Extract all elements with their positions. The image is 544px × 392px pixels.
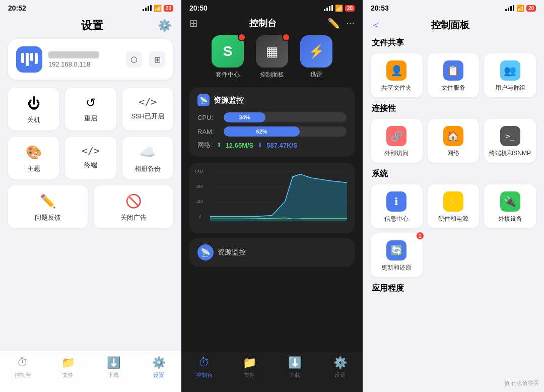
- wifi-icon: 📶: [154, 5, 162, 12]
- chart-upload-area: [210, 174, 347, 222]
- export-button[interactable]: ⬡: [126, 51, 142, 68]
- update-badge: 1: [416, 231, 425, 240]
- dashboard-actions: ✏️ ···: [327, 17, 355, 29]
- suite-label: 套件中心: [216, 71, 240, 79]
- battery-badge-3: 20: [526, 5, 536, 12]
- users-groups-label: 用户与群组: [495, 84, 525, 92]
- upload-arrow-icon: ⬆: [217, 142, 222, 149]
- ssh-button[interactable]: </> SSH已开启: [122, 88, 173, 130]
- nav-files-1[interactable]: 📁 文件: [45, 356, 91, 379]
- qr-button[interactable]: ⊞: [149, 51, 165, 68]
- nav-settings-1[interactable]: ⚙️ 设置: [136, 356, 181, 379]
- battery-badge-2: 20: [345, 5, 355, 12]
- time-3: 20:53: [371, 4, 389, 12]
- file-sharing-title: 文件共享: [371, 38, 536, 48]
- back-button[interactable]: ＜: [371, 18, 381, 32]
- info-center-button[interactable]: ℹ 信息中心: [371, 184, 423, 228]
- signal-icon-2: [324, 5, 333, 11]
- files-icon-1: 📁: [61, 356, 75, 369]
- dashboard-title: 控制台: [249, 17, 277, 29]
- nav-label-download-1: 下载: [108, 371, 119, 379]
- app-item-suite[interactable]: S 套件中心: [212, 35, 244, 79]
- grid-icon[interactable]: ⊞: [189, 17, 198, 29]
- update-restore-icon: 🔄: [386, 240, 406, 260]
- feedback-button[interactable]: ✏️ 问题反馈: [8, 185, 88, 228]
- download-icon-1: ⬇️: [107, 356, 120, 369]
- dashboard-panel: 20:50 📶 20 ⊞ 控制台 ✏️ ··· S 套件中心: [181, 0, 363, 392]
- device-actions: ⬡ ⊞: [126, 51, 165, 68]
- theme-button[interactable]: 🎨 主题: [8, 137, 59, 179]
- terminal-snmp-label: 终端机和SNMP: [489, 149, 531, 158]
- settings-panel: 20:52 📶 20 设置 ⚙️ 192.1: [0, 0, 181, 392]
- menu-grid-row1: ⏻ 关机 ↺ 重启 </> SSH已开启: [8, 88, 173, 130]
- status-bar-3: 20:53 📶 20: [363, 0, 544, 14]
- no-ads-icon: 🚫: [125, 193, 142, 209]
- file-sharing-section: 文件共享 👤 共享文件夹 📋 文件服务 👥: [371, 38, 536, 97]
- device-card[interactable]: 192.168.0.118 ⬡ ⊞: [8, 39, 173, 80]
- ram-pct-text: 62%: [256, 128, 267, 135]
- suite-icon: S: [212, 35, 244, 68]
- network-button[interactable]: 🏠 网络: [428, 119, 480, 163]
- photos-backup-button[interactable]: ☁️ 相册备份: [122, 137, 173, 179]
- nav-label-settings-2: 设置: [334, 371, 346, 379]
- photos-backup-label: 相册备份: [134, 164, 161, 173]
- file-service-button[interactable]: 📋 文件服务: [428, 53, 480, 97]
- external-access-icon: 🔗: [386, 126, 406, 146]
- users-groups-button[interactable]: 👥 用户与群组: [484, 53, 536, 97]
- usb-devices-button[interactable]: 🔌 外接设备: [484, 184, 536, 228]
- terminal-button[interactable]: </> 终端: [65, 137, 116, 179]
- system-section: 系统 ℹ 信息中心 ⚡ 硬件和电源 🔌: [371, 169, 536, 277]
- info-center-label: 信息中心: [384, 215, 409, 223]
- network-row: 网络: ⬆ 12.65M/S ⬇ 587.47K/S: [197, 141, 347, 150]
- shared-folder-button[interactable]: 👤 共享文件夹: [371, 53, 423, 97]
- nav-download-2[interactable]: ⬇️ 下载: [272, 356, 317, 379]
- power-icon: ⏻: [27, 96, 40, 111]
- update-restore-button[interactable]: 🔄 更新和还原 1: [371, 233, 423, 277]
- ram-progress-bg: 62%: [224, 126, 347, 137]
- theme-icon: 🎨: [26, 145, 42, 160]
- suite-badge: [238, 33, 246, 41]
- app-item-control[interactable]: ▦ 控制面板: [256, 35, 288, 79]
- svg-text:0: 0: [198, 214, 201, 219]
- hardware-power-button[interactable]: ⚡ 硬件和电源: [428, 184, 480, 228]
- hardware-power-icon: ⚡: [443, 191, 463, 212]
- nav-dashboard-2[interactable]: ⏱ 控制台: [181, 356, 227, 379]
- net-up-value: 12.65M/S: [226, 142, 254, 149]
- connectivity-grid: 🔗 外部访问 🏠 网络 >_ 终端机和SNMP: [371, 119, 536, 163]
- external-access-button[interactable]: 🔗 外部访问: [371, 119, 423, 163]
- terminal-label: 终端: [84, 161, 97, 170]
- cpu-progress-fill: 34%: [224, 112, 265, 122]
- time-2: 20:50: [189, 4, 208, 12]
- nav-dashboard-1[interactable]: ⏱ 控制台: [0, 356, 45, 379]
- close-ads-button[interactable]: 🚫 关闭广告: [94, 185, 173, 228]
- nav-label-files-2: 文件: [244, 371, 255, 379]
- network-icon: 🏠: [443, 126, 463, 146]
- status-right-2: 📶 20: [324, 5, 355, 12]
- svg-text:13M: 13M: [194, 169, 203, 174]
- download-icon-2: ⬇️: [288, 356, 302, 369]
- bottom-nav-1: ⏱ 控制台 📁 文件 ⬇️ 下载 ⚙️ 设置: [0, 351, 181, 392]
- more-icon[interactable]: ···: [346, 17, 355, 29]
- dashboard-icon-1: ⏱: [17, 356, 28, 369]
- watermark: 值 什么值得买: [504, 379, 539, 387]
- shared-folder-label: 共享文件夹: [381, 84, 412, 92]
- usb-devices-icon: 🔌: [500, 191, 520, 212]
- reboot-icon: ↺: [86, 96, 96, 110]
- ssh-icon: </>: [139, 96, 157, 108]
- wifi-icon-3: 📶: [516, 5, 524, 12]
- nav-label-dashboard-1: 控制台: [15, 371, 31, 379]
- app-item-xunlei[interactable]: ⚡ 迅雷: [300, 35, 332, 79]
- gear-icon[interactable]: ⚙️: [158, 19, 171, 32]
- terminal-snmp-button[interactable]: >_ 终端机和SNMP: [484, 119, 536, 163]
- shutdown-button[interactable]: ⏻ 关机: [8, 88, 59, 130]
- cloud-icon: ☁️: [140, 145, 156, 160]
- edit-icon[interactable]: ✏️: [327, 17, 340, 29]
- terminal-snmp-icon: >_: [500, 126, 520, 146]
- reboot-label: 重启: [84, 114, 97, 123]
- control-label: 控制面板: [260, 71, 284, 79]
- nav-download-1[interactable]: ⬇️ 下载: [91, 356, 136, 379]
- reboot-button[interactable]: ↺ 重启: [65, 88, 116, 130]
- nav-files-2[interactable]: 📁 文件: [227, 356, 272, 379]
- nav-settings-2[interactable]: ⚙️ 设置: [317, 356, 363, 379]
- resource-monitor: 📡 资源监控 CPU: 34% RAM: 62% 网络: ⬆ 12.65M/S …: [189, 87, 355, 157]
